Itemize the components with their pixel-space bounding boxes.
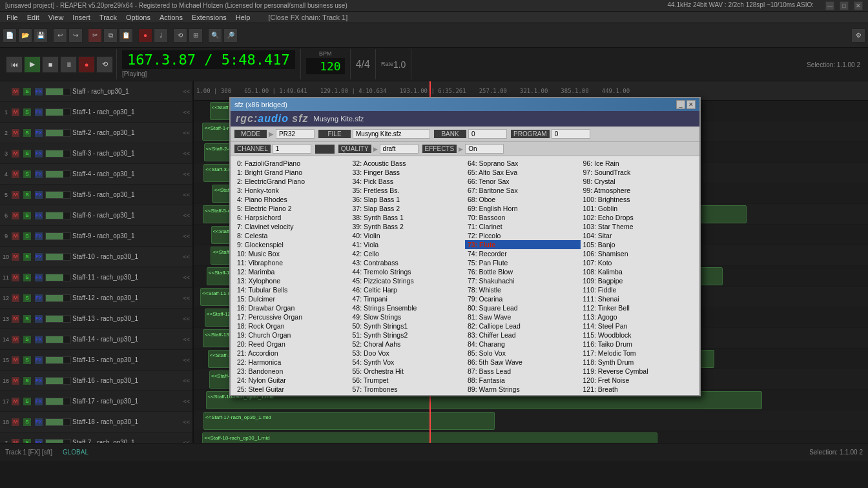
- preset-item[interactable]: 55: Orchestra Hit: [350, 367, 466, 376]
- preset-item[interactable]: 76: Bottle Blow: [465, 267, 581, 276]
- track-fx-button[interactable]: FX: [34, 232, 43, 241]
- preset-item[interactable]: 54: Synth Vox: [350, 358, 466, 367]
- track-mute-button[interactable]: M: [11, 335, 20, 344]
- track-solo-button[interactable]: S: [23, 232, 32, 241]
- track-volume[interactable]: [45, 108, 71, 116]
- preset-item[interactable]: 19: Church Organ: [234, 330, 350, 340]
- preset-item[interactable]: 120: Fret Noise: [581, 376, 696, 385]
- effects-value[interactable]: On: [465, 144, 504, 154]
- preset-item[interactable]: 43: Contrabass: [350, 258, 466, 267]
- track-volume[interactable]: [45, 170, 71, 178]
- track-fx-button[interactable]: FX: [34, 108, 43, 117]
- sfz-close-button[interactable]: ✕: [687, 100, 696, 109]
- preset-item[interactable]: 25: Steel Guitar: [234, 385, 350, 394]
- track-fx-button[interactable]: FX: [34, 438, 43, 443]
- track-fx-button[interactable]: FX: [34, 128, 43, 137]
- preset-item[interactable]: 36: Slap Bass 1: [350, 195, 466, 204]
- track-fx-button[interactable]: FX: [34, 418, 43, 427]
- preset-item[interactable]: 90: Polysynth: [465, 394, 581, 395]
- preset-item[interactable]: 86: 5th Saw Wave: [465, 358, 581, 367]
- preset-item[interactable]: 89: Warm Strings: [465, 385, 581, 394]
- toolbar-open[interactable]: 📂: [18, 28, 32, 43]
- track-fx-button[interactable]: FX: [34, 335, 43, 344]
- preset-item[interactable]: 105: Banjo: [581, 240, 696, 249]
- toolbar-undo[interactable]: ↩: [53, 28, 67, 43]
- preset-item[interactable]: 33: Finger Bass: [350, 168, 466, 177]
- preset-item[interactable]: 42: Cello: [350, 249, 466, 258]
- preset-item[interactable]: 46: Celtic Harp: [350, 285, 466, 294]
- menu-help[interactable]: Help: [232, 13, 254, 22]
- preset-item[interactable]: 5: Electric Piano 2: [234, 204, 350, 213]
- track-volume[interactable]: [45, 129, 71, 137]
- preset-item[interactable]: 32: Acoustic Bass: [350, 159, 466, 168]
- menu-extensions[interactable]: Extensions: [188, 13, 231, 22]
- preset-item[interactable]: 79: Ocarina: [465, 294, 581, 303]
- track-volume[interactable]: [45, 377, 71, 385]
- toolbar-new[interactable]: 📄: [3, 28, 17, 43]
- preset-item[interactable]: 101: Goblin: [581, 204, 696, 213]
- program-value[interactable]: 0: [552, 129, 590, 139]
- sfz-minimize-button[interactable]: _: [676, 100, 685, 109]
- preset-item[interactable]: 13: Xylophone: [234, 276, 350, 285]
- preset-item[interactable]: 14: Tubular Bells: [234, 285, 350, 294]
- track-solo-button[interactable]: S: [23, 335, 32, 344]
- preset-item[interactable]: 12: Marimba: [234, 267, 350, 276]
- go-to-start-button[interactable]: ⏮: [6, 56, 23, 73]
- waveform-clip[interactable]: <<Staff-17-rach_op30_1.mid: [203, 412, 495, 430]
- toolbar-redo[interactable]: ↪: [68, 28, 83, 43]
- preset-item[interactable]: 102: Echo Drops: [581, 213, 696, 222]
- preset-item[interactable]: 87: Bass Lead: [465, 367, 581, 376]
- preset-item[interactable]: 18: Rock Organ: [234, 321, 350, 330]
- preset-item[interactable]: 117: Melodic Tom: [581, 349, 696, 358]
- toolbar-copy[interactable]: ⧉: [103, 28, 118, 43]
- close-fx-note[interactable]: [Close FX chain: Track 1]: [268, 14, 347, 21]
- track-fx-button[interactable]: FX: [34, 211, 43, 220]
- preset-item[interactable]: 52: Choral Aahs: [350, 340, 466, 349]
- track-volume[interactable]: [45, 356, 71, 364]
- track-mute-button[interactable]: M: [11, 87, 20, 96]
- track-mute-button[interactable]: M: [11, 211, 20, 220]
- preset-item[interactable]: 82: Calliope Lead: [465, 321, 581, 330]
- preset-item[interactable]: 2: ElectricGrand Piano: [234, 177, 350, 186]
- time-sig-value[interactable]: 4/4: [356, 59, 370, 70]
- preset-item[interactable]: 11: Vibraphone: [234, 258, 350, 267]
- preset-item[interactable]: 114: Steel Pan: [581, 321, 696, 330]
- track-solo-button[interactable]: S: [23, 252, 32, 261]
- track-solo-button[interactable]: S: [23, 128, 32, 137]
- maximize-button[interactable]: □: [840, 1, 849, 10]
- track-solo-button[interactable]: S: [23, 356, 32, 365]
- preset-item[interactable]: 106: Shamisen: [581, 249, 696, 258]
- close-button[interactable]: ✕: [854, 1, 863, 10]
- track-solo-button[interactable]: S: [23, 273, 32, 282]
- track-mute-button[interactable]: M: [11, 356, 20, 365]
- arrange-track-row[interactable]: <<Staff-18-rach_op30_1.mid: [194, 431, 868, 443]
- preset-item[interactable]: 69: English Horn: [465, 204, 581, 213]
- preset-item[interactable]: 97: SoundTrack: [581, 168, 696, 177]
- track-solo-button[interactable]: S: [23, 87, 32, 96]
- channel-value[interactable]: 1: [273, 144, 311, 154]
- preset-item[interactable]: 49: Slow Strings: [350, 312, 466, 321]
- preset-item[interactable]: 121: Breath: [581, 385, 696, 394]
- preset-item[interactable]: 9: Glockenspiel: [234, 240, 350, 249]
- track-fx-button[interactable]: FX: [34, 397, 43, 406]
- track-fx-button[interactable]: FX: [34, 149, 43, 158]
- preset-item[interactable]: 70: Bassoon: [465, 213, 581, 222]
- track-fx-button[interactable]: FX: [34, 314, 43, 323]
- preset-item[interactable]: 78: Whistle: [465, 285, 581, 294]
- track-volume[interactable]: [45, 294, 71, 302]
- preset-item[interactable]: 72: Piccolo: [465, 231, 581, 240]
- track-fx-button[interactable]: FX: [34, 376, 43, 385]
- preset-item[interactable]: 1: Bright Grand Piano: [234, 168, 350, 177]
- bpm-value[interactable]: 120: [306, 58, 345, 74]
- preset-item[interactable]: 37: Slap Bass 2: [350, 204, 466, 213]
- preset-item[interactable]: 111: Shenai: [581, 294, 696, 303]
- preset-item[interactable]: 40: Violin: [350, 231, 466, 240]
- preset-item[interactable]: 50: Synth Strings1: [350, 321, 466, 330]
- preset-item[interactable]: 74: Recorder: [465, 249, 581, 258]
- preset-item[interactable]: 112: Tinker Bell: [581, 303, 696, 312]
- track-solo-button[interactable]: S: [23, 418, 32, 427]
- toolbar-zoom-out[interactable]: 🔎: [223, 28, 238, 43]
- preset-item[interactable]: 113: Agogo: [581, 312, 696, 321]
- track-mute-button[interactable]: M: [11, 108, 20, 117]
- preset-item[interactable]: 100: Brightness: [581, 195, 696, 204]
